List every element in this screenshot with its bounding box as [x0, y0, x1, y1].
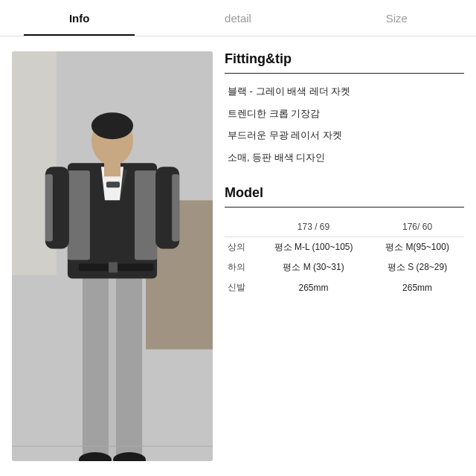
- model-row-1: 하의 평소 M (30~31) 평소 S (28~29): [225, 257, 464, 277]
- main-content: Fitting&tip 블랙 - 그레이 배색 레더 자켓 트렌디한 크롭 기장…: [0, 36, 476, 476]
- svg-rect-10: [68, 170, 90, 260]
- fitting-item-4: 소매, 등판 배색 디자인: [225, 150, 464, 165]
- fitting-list: 블랙 - 그레이 배색 레더 자켓 트렌디한 크롭 기장감 부드러운 무광 레이…: [225, 84, 464, 164]
- svg-point-20: [91, 112, 133, 139]
- svg-rect-18: [172, 174, 179, 241]
- tab-detail[interactable]: detail: [158, 0, 317, 36]
- model-row-1-val1: 평소 M (30~31): [257, 257, 370, 277]
- model-col-2: 176/ 60: [370, 218, 464, 237]
- svg-rect-22: [106, 181, 120, 187]
- fitting-divider: [225, 73, 464, 74]
- model-col-0: [225, 218, 257, 237]
- fitting-item-1: 블랙 - 그레이 배색 레더 자켓: [225, 84, 464, 99]
- fitting-item-3: 부드러운 무광 레이서 자켓: [225, 128, 464, 143]
- model-row-0-val2: 평소 M(95~100): [370, 237, 464, 258]
- model-row-1-val2: 평소 S (28~29): [370, 257, 464, 277]
- model-divider: [225, 207, 464, 208]
- model-title: Model: [225, 185, 464, 201]
- model-row-2-val2: 265mm: [370, 277, 464, 298]
- fitting-title: Fitting&tip: [225, 51, 464, 67]
- model-col-1: 173 / 69: [257, 218, 370, 237]
- svg-rect-14: [109, 263, 118, 273]
- tab-info[interactable]: Info: [0, 0, 158, 36]
- svg-rect-6: [83, 268, 142, 461]
- tab-size[interactable]: Size: [318, 0, 476, 36]
- model-row-0: 상의 평소 M-L (100~105) 평소 M(95~100): [225, 237, 464, 258]
- model-row-0-val1: 평소 M-L (100~105): [257, 237, 370, 258]
- model-row-0-label: 상의: [225, 237, 257, 258]
- model-row-2-label: 신발: [225, 277, 257, 298]
- model-row-1-label: 하의: [225, 257, 257, 277]
- fitting-item-2: 트렌디한 크롭 기장감: [225, 106, 464, 121]
- svg-rect-21: [104, 161, 120, 176]
- model-section: Model 173 / 69 176/ 60 상의 평소 M-L (100~10…: [225, 185, 464, 298]
- model-table: 173 / 69 176/ 60 상의 평소 M-L (100~105) 평소 …: [225, 218, 464, 298]
- fitting-section: Fitting&tip 블랙 - 그레이 배색 레더 자켓 트렌디한 크롭 기장…: [225, 51, 464, 182]
- svg-rect-11: [135, 170, 157, 260]
- model-row-2-val1: 265mm: [257, 277, 370, 298]
- model-header-row: 173 / 69 176/ 60: [225, 218, 464, 237]
- svg-rect-17: [45, 174, 53, 241]
- tab-bar: Info detail Size: [0, 0, 476, 36]
- product-image: [12, 51, 213, 461]
- model-row-2: 신발 265mm 265mm: [225, 277, 464, 298]
- info-panel: Fitting&tip 블랙 - 그레이 배색 레더 자켓 트렌디한 크롭 기장…: [225, 51, 464, 461]
